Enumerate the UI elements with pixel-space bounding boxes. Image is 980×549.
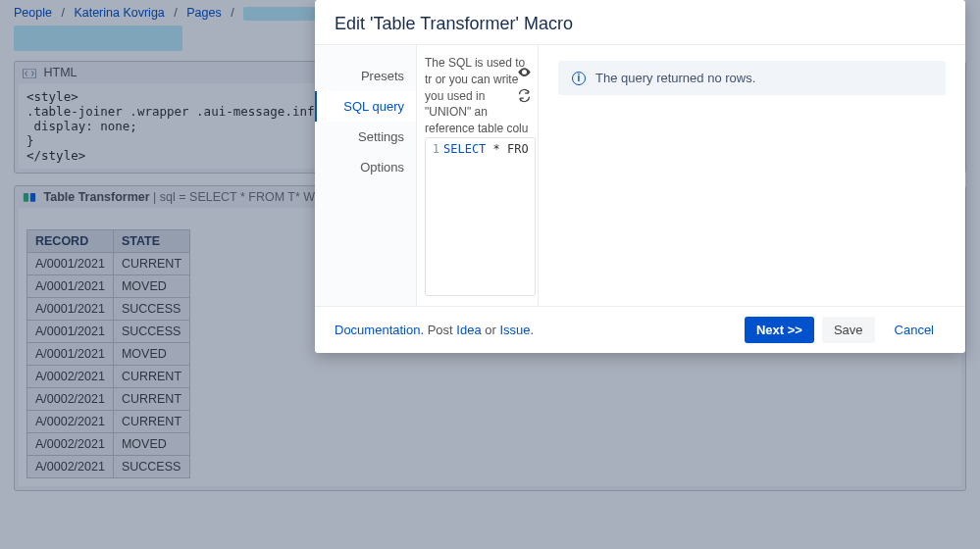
footer-text: . <box>531 323 535 337</box>
modal-footer: Documentation. Post Idea or Issue. Next … <box>315 306 965 353</box>
reload-icon[interactable] <box>517 88 532 106</box>
sql-panel: The SQL is used to tr or you can write y… <box>417 45 539 306</box>
sql-code-editor[interactable]: 1 SELECT * FRO <box>425 137 536 296</box>
query-result-banner: i The query returned no rows. <box>558 61 946 95</box>
next-button[interactable]: Next >> <box>745 317 814 343</box>
preview-panel: i The query returned no rows. <box>539 45 965 306</box>
line-number: 1 <box>428 142 443 291</box>
save-button[interactable]: Save <box>822 317 875 343</box>
modal-title: Edit 'Table Transformer' Macro <box>315 0 965 45</box>
sql-code-text[interactable]: SELECT * FRO <box>443 142 529 291</box>
issue-link[interactable]: Issue <box>499 323 530 337</box>
info-icon: i <box>572 72 586 85</box>
footer-text: Post <box>424 323 456 337</box>
eye-icon[interactable] <box>517 65 532 82</box>
tab-options[interactable]: Options <box>315 152 416 182</box>
svg-point-3 <box>523 71 526 74</box>
tab-settings[interactable]: Settings <box>315 122 416 152</box>
documentation-link[interactable]: Documentation. <box>335 323 424 337</box>
tab-presets[interactable]: Presets <box>315 61 416 91</box>
footer-text: or <box>482 323 500 337</box>
tab-sql-query[interactable]: SQL query <box>315 91 416 122</box>
query-result-text: The query returned no rows. <box>595 71 755 85</box>
modal-tabs: Presets SQL query Settings Options <box>315 45 417 306</box>
modal-body: Presets SQL query Settings Options The <box>315 45 965 306</box>
macro-editor-modal: Edit 'Table Transformer' Macro Presets S… <box>315 0 965 353</box>
page-root: People / Katerina Kovriga / Pages / HTML… <box>0 0 980 549</box>
footer-links: Documentation. Post Idea or Issue. <box>335 323 737 337</box>
cancel-button[interactable]: Cancel <box>883 317 946 343</box>
idea-link[interactable]: Idea <box>456 323 481 337</box>
